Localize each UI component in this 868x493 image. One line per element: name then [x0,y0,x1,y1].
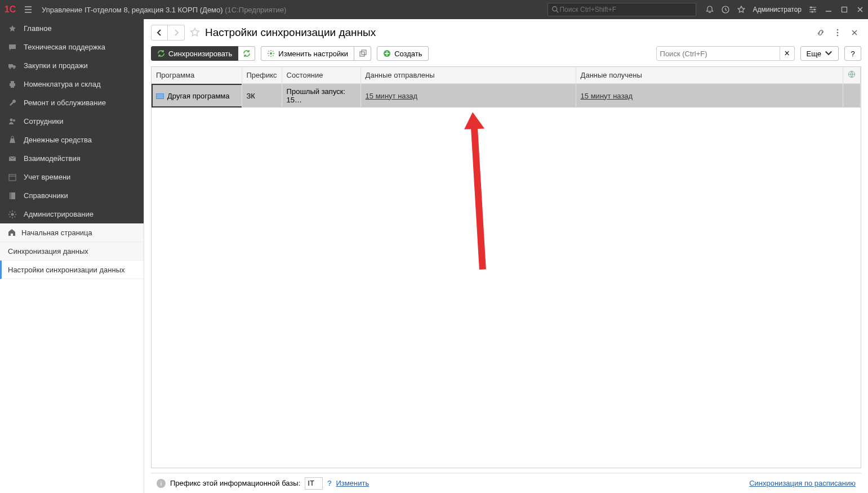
settings-icon[interactable] [805,0,821,19]
svg-rect-24 [362,50,366,55]
global-search[interactable] [547,3,696,16]
sidebar-item-catalogs[interactable]: Справочники [0,186,144,205]
sidebar-item-repair[interactable]: Ремонт и обслуживание [0,93,144,112]
cell-program-text: Другая программа [167,92,230,100]
sync-icon [157,50,165,57]
gear-icon [8,210,17,219]
cell-state: Прошлый запуск: 15… [282,84,360,108]
sidebar-item-label: Закупки и продажи [24,61,88,70]
truck-icon [8,61,17,70]
more-button-label: Еще [807,50,821,58]
kebab-icon[interactable] [831,26,844,39]
sidebar-item-main[interactable]: Главное [0,19,144,38]
svg-point-3 [814,9,816,11]
sidebar-item-stock[interactable]: Номенклатура и склад [0,75,144,93]
svg-point-13 [10,118,13,121]
svg-point-21 [837,35,839,37]
sidebar-item-admin[interactable]: Администрирование [0,205,144,223]
globe-icon [848,70,856,78]
sync-button[interactable]: Синхронизировать [151,46,238,61]
search-clear-button[interactable]: × [780,46,795,61]
help-question-icon[interactable]: ? [327,479,331,487]
edit-settings-button[interactable]: Изменить настройки [261,46,354,61]
bag-icon [8,136,17,145]
menu-icon[interactable] [20,5,36,14]
svg-point-9 [14,67,15,69]
page-title: Настройки синхронизации данных [205,26,376,39]
wrench-icon [8,98,17,107]
favorite-icon[interactable] [189,27,201,38]
chevron-down-icon [825,50,833,57]
sidebar: Главное Техническая поддержка Закупки и … [0,19,144,493]
sidebar-item-support[interactable]: Техническая поддержка [0,38,144,56]
sidebar-item-label: Техническая поддержка [24,43,105,51]
prefix-input[interactable] [305,477,323,490]
close-page-icon[interactable] [848,26,861,39]
col-state[interactable]: Состояние [282,67,360,84]
col-received[interactable]: Данные получены [576,67,843,84]
sidebar-item-staff[interactable]: Сотрудники [0,112,144,131]
sidebar-item-purchases[interactable]: Закупки и продажи [0,56,144,75]
user-label[interactable]: Администратор [749,6,805,14]
printer-icon [8,80,17,89]
product-name: (1С:Предприятие) [225,6,286,14]
sub-item-label: Настройки синхронизации данных [8,266,125,274]
schedule-link[interactable]: Синхронизация по расписанию [749,479,856,487]
forward-button[interactable] [168,25,185,41]
svg-rect-11 [11,81,14,83]
page-header: Настройки синхронизации данных [151,25,861,41]
book-icon [8,191,17,200]
change-link[interactable]: Изменить [336,479,370,487]
svg-rect-5 [842,7,847,12]
minimize-icon[interactable] [821,0,836,19]
sub-item-sync-settings[interactable]: Настройки синхронизации данных [0,261,144,279]
table-header-row: Программа Префикс Состояние Данные отпра… [152,67,861,84]
svg-rect-16 [9,174,16,181]
col-globe[interactable] [843,67,861,84]
star-icon[interactable] [733,0,749,19]
svg-rect-6 [9,44,16,49]
close-icon[interactable] [852,0,868,19]
sync-dropdown-button[interactable] [238,46,255,61]
col-program[interactable]: Программа [152,67,242,84]
sidebar-item-time[interactable]: Учет времени [0,168,144,186]
global-search-input[interactable] [559,6,692,14]
search-icon [551,6,559,14]
svg-point-8 [10,67,11,69]
sidebar-item-label: Номенклатура и склад [24,80,100,88]
maximize-icon[interactable] [836,0,852,19]
more-button[interactable]: Еще [800,46,839,61]
svg-rect-23 [360,52,364,56]
col-sent[interactable]: Данные отправлены [360,67,576,84]
received-link[interactable]: 15 минут назад [581,92,633,100]
titlebar: 1C Управление IT-отделом 8, редакция 3.1… [0,0,868,19]
table-row[interactable]: Другая программа ЗК Прошлый запуск: 15… … [152,84,861,108]
app-name: Управление IT-отделом 8, редакция 3.1 КО… [42,6,223,14]
svg-rect-7 [8,64,13,68]
sync-table: Программа Префикс Состояние Данные отпра… [151,66,861,468]
sidebar-item-interactions[interactable]: Взаимодействия [0,149,144,168]
program-icon [156,93,164,99]
help-button[interactable]: ? [844,46,861,61]
back-button[interactable] [151,25,168,41]
col-prefix[interactable]: Префикс [242,67,282,84]
sub-item-home[interactable]: Начальная страница [0,223,144,242]
cell-program: Другая программа [152,84,242,108]
sidebar-item-label: Денежные средства [24,136,92,144]
sidebar-item-label: Главное [24,24,52,33]
create-button[interactable]: Создать [377,46,428,61]
history-icon[interactable] [718,0,733,19]
open-external-button[interactable] [354,46,371,61]
sidebar-item-money[interactable]: Денежные средства [0,131,144,149]
create-button-label: Создать [394,50,422,58]
sub-item-sync[interactable]: Синхронизация данных [0,242,144,261]
link-icon[interactable] [814,26,827,39]
svg-point-4 [812,11,813,13]
page-search-input[interactable] [656,46,780,61]
prefix-label: Префикс этой информационной базы: [170,479,300,487]
bell-icon[interactable] [702,0,718,19]
svg-point-0 [553,7,557,11]
svg-point-14 [13,119,15,122]
sidebar-item-label: Взаимодействия [24,154,81,163]
sent-link[interactable]: 15 минут назад [366,92,418,100]
